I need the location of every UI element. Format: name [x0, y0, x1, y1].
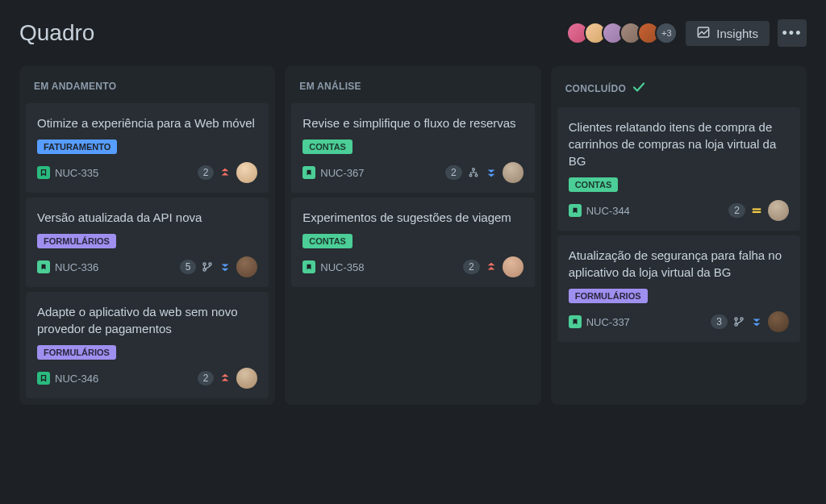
svg-point-5 [469, 174, 472, 177]
story-points-badge: 2 [198, 371, 215, 385]
card-key: NUC-335 [37, 166, 98, 179]
card-key: NUC-346 [37, 372, 98, 385]
avatar-stack[interactable]: +3 [566, 22, 678, 44]
bookmark-icon [569, 315, 582, 328]
column-title: EM ANDAMENTO [34, 81, 116, 92]
card-meta: 2 [463, 256, 524, 277]
card-footer: NUC-3462 [37, 368, 257, 389]
priority-icon [219, 372, 232, 385]
insights-label: Insights [716, 27, 758, 40]
card-footer: NUC-3442 [569, 200, 789, 221]
column-title: CONCLUÍDO [565, 83, 626, 94]
column-header: EM ANDAMENTO [26, 73, 269, 98]
tag: FORMULÁRIOS [37, 345, 116, 360]
board: EM ANDAMENTOOtimize a experiência para a… [0, 56, 826, 414]
tag: FORMULÁRIOS [569, 289, 648, 303]
assignee-avatar[interactable] [236, 256, 257, 277]
issue-key: NUC-346 [55, 373, 98, 385]
page-title: Quadro [19, 20, 94, 46]
insights-button[interactable]: Insights [686, 21, 770, 46]
issue-key: NUC-344 [586, 205, 630, 217]
card-key: NUC-344 [569, 204, 630, 217]
check-icon [632, 81, 645, 96]
issue-key: NUC-336 [55, 261, 98, 273]
priority-icon [750, 315, 763, 328]
bookmark-icon [302, 166, 315, 179]
card-footer: NUC-3582 [302, 256, 523, 277]
branch-icon [201, 260, 214, 273]
card[interactable]: Revise e simplifique o fluxo de reservas… [291, 103, 534, 193]
card-key: NUC-336 [37, 260, 98, 273]
bookmark-icon [569, 204, 582, 217]
card-footer: NUC-3365 [37, 256, 257, 277]
card-title: Experimentos de sugestões de viagem [302, 209, 523, 226]
story-points-badge: 2 [728, 203, 745, 218]
assignee-avatar[interactable] [768, 311, 789, 332]
card[interactable]: Experimentos de sugestões de viagemCONTA… [291, 198, 534, 287]
column-title: EM ANÁLISE [299, 81, 361, 92]
story-points-badge: 2 [445, 165, 462, 180]
more-button[interactable]: ••• [778, 19, 807, 47]
card[interactable]: Clientes relatando itens de compra de ca… [557, 107, 800, 231]
story-points-badge: 5 [180, 260, 197, 274]
card-meta: 2 [198, 162, 258, 183]
card-meta: 2 [728, 200, 789, 221]
card-key: NUC-358 [302, 260, 364, 273]
bookmark-icon [37, 166, 50, 179]
svg-point-6 [475, 174, 478, 177]
issue-key: NUC-337 [586, 316, 630, 328]
story-points-badge: 2 [198, 165, 215, 180]
svg-point-4 [472, 169, 474, 171]
assignee-avatar[interactable] [768, 200, 789, 221]
column: EM ANÁLISERevise e simplifique o fluxo d… [285, 66, 540, 405]
chart-icon [697, 26, 710, 41]
card-footer: NUC-3352 [37, 162, 257, 183]
card-title: Atualização de segurança para falha no a… [569, 247, 789, 281]
card-meta: 5 [180, 256, 258, 277]
header: Quadro +3 Insights ••• [0, 0, 826, 56]
priority-icon [485, 260, 498, 273]
card[interactable]: Atualização de segurança para falha no a… [557, 235, 800, 342]
card-meta: 3 [711, 311, 789, 332]
card-title: Adapte o aplicativo da web sem novo prov… [37, 303, 257, 337]
tag: FORMULÁRIOS [37, 234, 116, 248]
bookmark-icon [302, 260, 315, 273]
card-meta: 2 [198, 368, 258, 389]
subtask-icon [467, 166, 480, 179]
tag: CONTAS [302, 234, 353, 248]
assignee-avatar[interactable] [503, 256, 524, 277]
card-title: Clientes relatando itens de compra de ca… [569, 119, 789, 169]
card-title: Otimize a experiência para a Web móvel [37, 115, 257, 131]
column: CONCLUÍDOClientes relatando itens de com… [551, 66, 807, 405]
bookmark-icon [37, 372, 50, 385]
tag: FATURAMENTO [37, 140, 117, 154]
assignee-avatar[interactable] [236, 162, 257, 183]
branch-icon [732, 315, 745, 328]
card[interactable]: Adapte o aplicativo da web sem novo prov… [26, 292, 269, 398]
issue-key: NUC-367 [320, 167, 364, 179]
assignee-avatar[interactable] [236, 368, 257, 389]
card[interactable]: Versão atualizada da API novaFORMULÁRIOS… [26, 198, 269, 287]
bookmark-icon [37, 260, 50, 273]
svg-rect-7 [753, 208, 761, 210]
svg-rect-0 [699, 27, 709, 37]
card-key: NUC-337 [569, 315, 630, 328]
card[interactable]: Otimize a experiência para a Web móvelFA… [26, 103, 269, 193]
card-key: NUC-367 [302, 166, 364, 179]
column-header: CONCLUÍDO [557, 73, 800, 102]
assignee-avatar[interactable] [503, 162, 524, 183]
card-title: Revise e simplifique o fluxo de reservas [302, 115, 523, 131]
column: EM ANDAMENTOOtimize a experiência para a… [19, 66, 275, 405]
tag: CONTAS [302, 140, 353, 154]
card-footer: NUC-3373 [569, 311, 789, 332]
tag: CONTAS [569, 177, 619, 192]
svg-rect-8 [753, 211, 761, 213]
priority-icon [750, 204, 763, 217]
priority-icon [219, 166, 232, 179]
dots-icon: ••• [782, 25, 803, 42]
card-footer: NUC-3672 [302, 162, 523, 183]
avatar-overflow[interactable]: +3 [655, 22, 678, 44]
priority-icon [485, 166, 498, 179]
column-header: EM ANÁLISE [291, 73, 534, 98]
header-actions: +3 Insights ••• [566, 19, 807, 47]
